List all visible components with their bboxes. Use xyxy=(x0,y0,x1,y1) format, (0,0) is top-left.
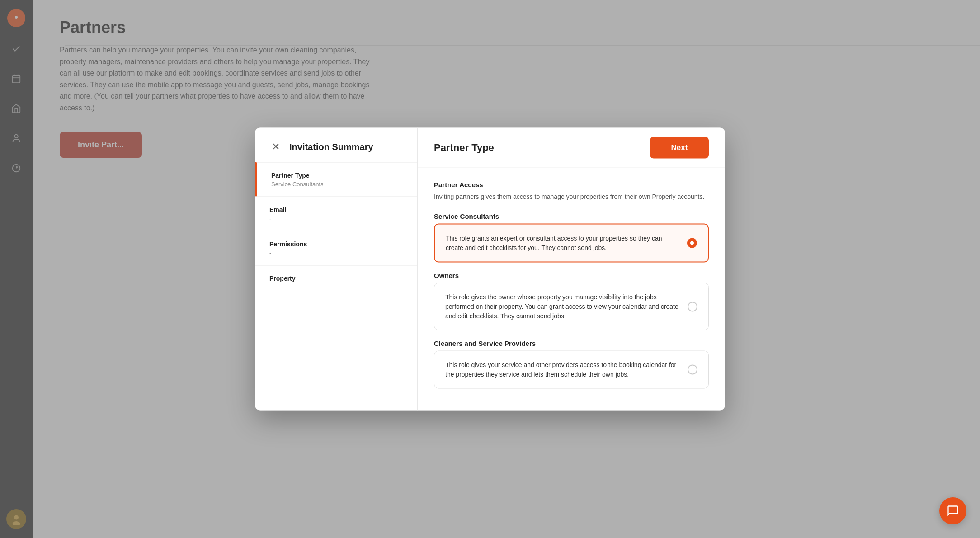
owners-heading: Owners xyxy=(434,272,709,279)
partner-type-panel: Partner Type Next Partner Access Invitin… xyxy=(418,128,725,411)
invitation-modal: ✕ Invitation Summary Partner Type Servic… xyxy=(255,128,725,411)
role-option-cleaners[interactable]: This role gives your service and other p… xyxy=(434,351,709,389)
chat-bubble-button[interactable] xyxy=(939,497,966,524)
owners-description: This role gives the owner whose property… xyxy=(445,293,680,321)
summary-section-permissions[interactable]: Permissions - xyxy=(255,231,417,265)
partner-type-value: Service Consultants xyxy=(271,181,403,188)
owners-radio[interactable] xyxy=(688,302,697,311)
service-consultants-description: This role grants an expert or consultant… xyxy=(446,234,680,253)
close-button[interactable]: ✕ xyxy=(269,141,282,153)
service-consultants-radio[interactable] xyxy=(687,238,697,248)
summary-section-email[interactable]: Email - xyxy=(255,197,417,231)
cleaners-heading: Cleaners and Service Providers xyxy=(434,340,709,347)
role-option-owners[interactable]: This role gives the owner whose property… xyxy=(434,283,709,330)
right-panel-header: Partner Type Next xyxy=(418,128,725,168)
invitation-summary-panel: ✕ Invitation Summary Partner Type Servic… xyxy=(255,128,418,411)
partner-access-heading: Partner Access xyxy=(434,181,709,189)
next-button[interactable]: Next xyxy=(650,137,709,159)
right-panel-title: Partner Type xyxy=(434,142,494,154)
right-panel-content: Partner Access Inviting partners gives t… xyxy=(418,168,725,411)
email-label: Email xyxy=(269,206,403,213)
summary-section-property[interactable]: Property - xyxy=(255,265,417,300)
modal-left-header: ✕ Invitation Summary xyxy=(255,128,417,162)
summary-section-partner-type[interactable]: Partner Type Service Consultants xyxy=(255,162,417,197)
permissions-label: Permissions xyxy=(269,241,403,248)
modal-body: ✕ Invitation Summary Partner Type Servic… xyxy=(255,128,725,411)
partner-type-label: Partner Type xyxy=(271,172,403,179)
role-option-service-consultants[interactable]: This role grants an expert or consultant… xyxy=(434,224,709,263)
cleaners-description: This role gives your service and other p… xyxy=(445,360,680,379)
partner-access-description: Inviting partners gives them access to m… xyxy=(434,192,709,202)
service-consultants-heading: Service Consultants xyxy=(434,212,709,220)
property-label: Property xyxy=(269,275,403,282)
invitation-summary-title: Invitation Summary xyxy=(289,142,373,152)
email-value: - xyxy=(269,215,403,222)
cleaners-radio[interactable] xyxy=(688,365,697,375)
permissions-value: - xyxy=(269,250,403,256)
property-value: - xyxy=(269,284,403,291)
